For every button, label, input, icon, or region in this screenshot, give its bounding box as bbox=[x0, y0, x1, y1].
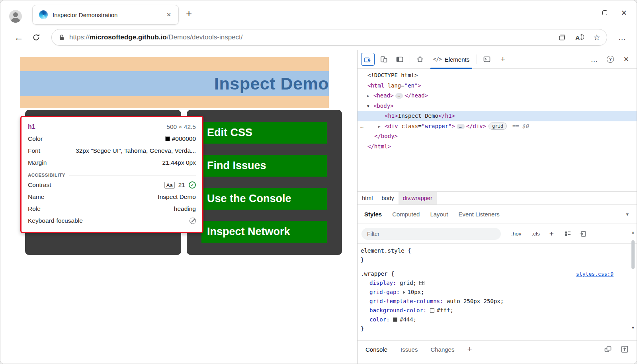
focus-page-button[interactable] bbox=[393, 53, 406, 66]
refresh-button[interactable] bbox=[27, 29, 45, 45]
drawer-tab-issues[interactable]: Issues bbox=[394, 341, 424, 358]
dom-line-head[interactable]: ▶<head>…</head> bbox=[358, 91, 637, 101]
device-emulation-button[interactable] bbox=[377, 53, 391, 66]
collections-icon[interactable] bbox=[558, 34, 566, 41]
wrapper-selector: .wrapper bbox=[361, 271, 387, 277]
wrapper-rule-header[interactable]: .wrapper {styles.css:9 bbox=[358, 269, 637, 278]
prop-value[interactable]: #fff; bbox=[437, 307, 453, 313]
css-prop-background-color[interactable]: background-color: #fff; bbox=[358, 306, 637, 315]
collapsed-content-button[interactable]: … bbox=[457, 124, 465, 129]
read-aloud-icon[interactable]: A bbox=[575, 34, 584, 41]
element-style-rule[interactable]: element.style { bbox=[358, 246, 637, 255]
find-issues-button[interactable]: Find Issues bbox=[201, 155, 327, 177]
grid-editor-icon[interactable] bbox=[419, 281, 424, 285]
prop-value[interactable]: auto 250px 250px; bbox=[447, 298, 504, 304]
new-tab-button[interactable]: + bbox=[186, 8, 192, 19]
css-prop-grid-template-columns[interactable]: grid-template-columns: auto 250px 250px; bbox=[358, 297, 637, 306]
tab-elements[interactable]: </> Elements bbox=[428, 50, 475, 69]
css-prop-display[interactable]: display: grid; bbox=[358, 278, 637, 288]
expand-panel-icon[interactable] bbox=[621, 345, 629, 353]
edit-css-button[interactable]: Edit CSS bbox=[201, 122, 327, 144]
shorthand-expand-icon[interactable] bbox=[403, 291, 405, 294]
tab-event-listeners[interactable]: Event Listeners bbox=[453, 211, 504, 218]
close-devtools-button[interactable]: × bbox=[619, 53, 633, 66]
drawer-tab-changes[interactable]: Changes bbox=[424, 341, 461, 358]
chevron-down-icon[interactable]: ▾ bbox=[626, 211, 629, 217]
dom-line-body-close[interactable]: </body> bbox=[358, 131, 637, 142]
stylesheet-source-link[interactable]: styles.css:9 bbox=[576, 269, 614, 278]
css-prop-grid-gap[interactable]: grid-gap: 10px; bbox=[358, 288, 637, 297]
tab-computed[interactable]: Computed bbox=[387, 211, 425, 218]
color-swatch[interactable] bbox=[430, 308, 434, 313]
dom-line-html-open[interactable]: <html lang="en"> bbox=[358, 81, 637, 91]
prop-value[interactable]: grid; bbox=[400, 280, 416, 286]
styles-scrollbar[interactable]: ▲ ▼ bbox=[630, 230, 636, 330]
tab-layout[interactable]: Layout bbox=[425, 211, 453, 218]
name-label: Name bbox=[28, 193, 44, 200]
color-value: #000000 bbox=[165, 135, 196, 142]
devtools-menu-button[interactable]: … bbox=[588, 53, 601, 66]
drawer-tab-console[interactable]: Console bbox=[359, 341, 394, 358]
tab-styles[interactable]: Styles bbox=[359, 211, 387, 218]
drawer-right-icons bbox=[604, 345, 635, 353]
minimize-button[interactable] bbox=[576, 5, 595, 20]
back-button[interactable]: ← bbox=[10, 29, 27, 45]
dom-line-body-open[interactable]: ▼<body> bbox=[358, 101, 637, 111]
expand-arrow-icon[interactable]: ▶ bbox=[378, 122, 385, 132]
toggle-class-button[interactable]: .cls bbox=[532, 231, 540, 237]
devtools-help-button[interactable]: ? bbox=[604, 53, 617, 66]
toggle-hover-state-button[interactable]: :hov bbox=[511, 231, 522, 237]
new-style-rule-button[interactable]: + bbox=[549, 230, 554, 238]
computed-styles-icon[interactable] bbox=[564, 230, 571, 237]
home-button[interactable] bbox=[413, 53, 427, 66]
browser-menu-button[interactable]: … bbox=[614, 29, 631, 45]
read-aloud-letter: A bbox=[575, 34, 580, 41]
close-window-button[interactable]: × bbox=[614, 5, 633, 20]
dom-line-html-close[interactable]: </html> bbox=[358, 142, 637, 152]
prop-name[interactable]: grid-gap: bbox=[369, 289, 400, 295]
console-prompt-icon bbox=[483, 55, 491, 63]
dom-line-div-wrapper[interactable]: …▶<div class="wrapper">…</div>grid== $0 bbox=[358, 121, 637, 132]
toolbar-divider-2 bbox=[477, 55, 477, 64]
scroll-up-icon[interactable]: ▲ bbox=[631, 230, 635, 235]
color-swatch[interactable] bbox=[393, 317, 397, 322]
prop-value[interactable]: 10px; bbox=[407, 289, 424, 295]
open-stylesheet-icon[interactable] bbox=[579, 230, 586, 237]
url-bar[interactable]: https://microsoftedge.github.io/Demos/de… bbox=[51, 29, 607, 46]
home-icon bbox=[416, 55, 424, 63]
breadcrumb-body[interactable]: body bbox=[377, 192, 398, 204]
maximize-button[interactable] bbox=[595, 5, 614, 20]
prop-name[interactable]: background-color: bbox=[369, 307, 426, 313]
collapse-arrow-icon[interactable]: ▼ bbox=[367, 101, 373, 112]
console-drawer-button[interactable] bbox=[480, 53, 494, 66]
browser-tab[interactable]: Inspector Demonstration × bbox=[32, 5, 179, 25]
profile-avatar[interactable] bbox=[9, 10, 22, 23]
expand-arrow-icon[interactable]: ▶ bbox=[367, 91, 373, 101]
grid-badge[interactable]: grid bbox=[488, 123, 507, 130]
refresh-icon bbox=[32, 33, 40, 41]
css-prop-color[interactable]: color: #444; bbox=[358, 315, 637, 324]
use-console-button[interactable]: Use the Console bbox=[201, 188, 327, 210]
prop-name[interactable]: display: bbox=[369, 280, 396, 286]
breadcrumb-html[interactable]: html bbox=[358, 192, 377, 204]
dom-line-h1-selected[interactable]: <h1>Inspect Demo</h1> bbox=[358, 111, 637, 121]
breadcrumb-div-wrapper[interactable]: div.wrapper bbox=[399, 192, 437, 204]
scroll-down-icon[interactable]: ▼ bbox=[631, 325, 635, 330]
scrollbar-thumb[interactable] bbox=[631, 240, 635, 269]
styles-filter-input[interactable] bbox=[361, 228, 501, 240]
prop-name[interactable]: grid-template-columns: bbox=[369, 298, 443, 304]
add-drawer-tab-button[interactable]: + bbox=[461, 341, 478, 358]
dock-window-icon[interactable] bbox=[604, 345, 612, 353]
tab-close-icon[interactable]: × bbox=[164, 10, 174, 19]
collapsed-content-button[interactable]: … bbox=[395, 93, 403, 99]
inspect-network-button[interactable]: Inspect Network bbox=[201, 221, 327, 243]
dom-line-doctype[interactable]: <!DOCTYPE html> bbox=[358, 70, 637, 81]
scrollbar-track[interactable] bbox=[630, 235, 636, 325]
favorite-star-icon[interactable]: ☆ bbox=[593, 33, 600, 42]
prop-value[interactable]: #444; bbox=[400, 316, 416, 323]
inspect-element-button[interactable] bbox=[361, 53, 375, 66]
devtools-toolbar-right: … ? × bbox=[586, 53, 634, 66]
prop-name[interactable]: color: bbox=[369, 316, 390, 323]
node-menu-button[interactable]: … bbox=[360, 121, 363, 132]
add-devtools-tab-button[interactable]: + bbox=[496, 53, 510, 66]
